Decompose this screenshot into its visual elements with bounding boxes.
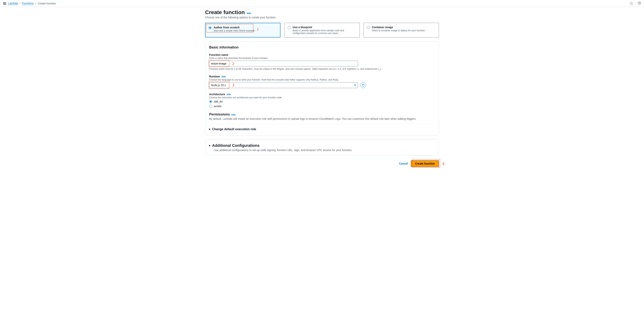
breadcrumb: Lambda › Functions › Create function <box>8 2 56 5</box>
permissions-heading: Permissions <box>209 112 230 116</box>
radio-icon <box>367 26 370 29</box>
option-desc: Build a Lambda application from sample c… <box>292 29 356 34</box>
expander-label: Additional Configurations <box>212 143 260 148</box>
top-bar: Lambda › Functions › Create function i <box>0 0 644 7</box>
refresh-icon <box>362 84 365 87</box>
function-name-input[interactable] <box>209 61 358 66</box>
page-title: Create function <box>205 9 245 15</box>
radio-icon <box>288 26 291 29</box>
annotation-number-1: 1 <box>257 27 259 31</box>
chevron-right-icon: › <box>20 2 20 5</box>
annotation-number-4: 4 <box>442 161 444 166</box>
page-info-link[interactable]: Info <box>246 12 251 15</box>
breadcrumb-lambda[interactable]: Lambda <box>8 2 18 5</box>
runtime-select[interactable]: Node.js 20.x <box>209 82 358 88</box>
radio-selected-icon <box>209 100 212 103</box>
architecture-arm64-radio[interactable]: arm64 <box>209 105 435 108</box>
additional-configurations-expander[interactable]: Additional Configurations <box>209 143 435 148</box>
basic-info-heading: Basic information <box>209 45 435 49</box>
radio-selected-icon <box>208 26 212 29</box>
option-title: Container image <box>372 26 426 29</box>
permissions-info-link[interactable]: Info <box>231 113 236 116</box>
option-title: Use a blueprint <box>292 26 356 29</box>
architecture-help: Choose the instruction set architecture … <box>209 96 435 99</box>
option-desc: Select a container image to deploy for y… <box>372 29 426 32</box>
breadcrumb-current: Create function <box>38 2 56 5</box>
architecture-info-link[interactable]: Info <box>226 93 231 96</box>
cancel-button[interactable]: Cancel <box>399 162 408 165</box>
runtime-info-link[interactable]: Info <box>222 75 226 78</box>
function-name-constraint: Function name must be 1 to 64 characters… <box>209 68 435 70</box>
option-author-from-scratch[interactable]: Author from scratch Start with a simple … <box>205 23 280 37</box>
create-function-button[interactable]: Create function <box>411 160 439 167</box>
option-title: Author from scratch <box>214 26 255 29</box>
function-name-label: Function name <box>209 53 435 56</box>
divider <box>635 2 636 5</box>
option-use-blueprint[interactable]: Use a blueprint Build a Lambda applicati… <box>284 23 360 37</box>
permissions-desc: By default, Lambda will create an execut… <box>209 117 435 120</box>
basic-information-panel: Basic information Function name Enter a … <box>205 41 439 135</box>
runtime-label: Runtime <box>209 75 220 78</box>
page-subtitle: Choose one of the following options to c… <box>205 16 439 19</box>
architecture-label: Architecture <box>209 93 225 96</box>
clock-icon[interactable] <box>638 1 641 5</box>
function-name-help: Enter a name that describes the purpose … <box>209 57 435 59</box>
option-desc: Start with a simple Hello World example. <box>214 29 255 32</box>
chevron-right-icon: › <box>35 2 36 5</box>
expander-label: Change default execution role <box>212 127 256 131</box>
info-icon[interactable]: i <box>630 2 633 5</box>
additional-desc: Use additional configurations to set up … <box>214 149 435 152</box>
architecture-x86-radio[interactable]: x86_64 <box>209 100 435 103</box>
runtime-help: Choose the language to use to write your… <box>209 78 435 81</box>
radio-icon <box>209 105 212 108</box>
breadcrumb-functions[interactable]: Functions <box>22 2 34 5</box>
option-container-image[interactable]: Container image Select a container image… <box>364 23 439 37</box>
additional-configurations-panel: Additional Configurations Use additional… <box>205 139 439 156</box>
triangle-right-icon <box>209 145 210 147</box>
triangle-right-icon <box>209 128 210 130</box>
annotation-number-2: 2 <box>232 61 234 66</box>
radio-label: arm64 <box>214 105 222 108</box>
radio-label: x86_64 <box>214 100 223 103</box>
change-execution-role-expander[interactable]: Change default execution role <box>209 127 435 131</box>
refresh-button[interactable] <box>360 82 366 88</box>
annotation-number-3: 3 <box>232 83 234 87</box>
hamburger-menu-icon[interactable] <box>3 2 6 5</box>
